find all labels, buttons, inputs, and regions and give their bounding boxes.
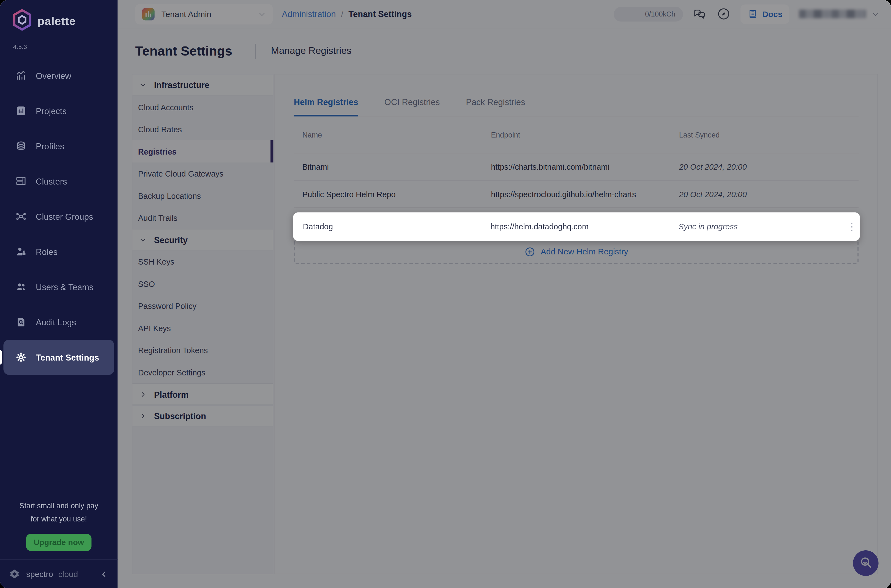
promo-line1: Start small and only pay bbox=[0, 499, 117, 512]
chart-icon bbox=[15, 70, 27, 81]
audit-doc-icon bbox=[15, 316, 27, 327]
registry-endpoint: https://helm.datadoghq.com bbox=[490, 222, 679, 231]
sidebar: palette 4.5.3 Overview Projects Profile bbox=[0, 0, 117, 588]
sidebar-item-label: Cluster Groups bbox=[36, 212, 93, 221]
upgrade-promo: Start small and only pay for what you us… bbox=[0, 499, 117, 526]
sidebar-item-label: Roles bbox=[36, 247, 57, 256]
version-label: 4.5.3 bbox=[13, 43, 117, 50]
app-window: palette 4.5.3 Overview Projects Profile bbox=[0, 0, 891, 588]
sidebar-item-label: Overview bbox=[36, 70, 71, 80]
sidebar-nav: Overview Projects Profiles Clusters bbox=[0, 58, 117, 375]
kebab-menu-icon[interactable]: ⋮ bbox=[844, 225, 860, 228]
sidebar-item-clusters[interactable]: Clusters bbox=[0, 164, 117, 199]
sidebar-footer: spectrocloud bbox=[0, 560, 117, 588]
server-icon bbox=[15, 176, 27, 187]
promo-line2: for what you use! bbox=[0, 512, 117, 526]
footer-brand-primary: spectro bbox=[26, 569, 53, 578]
sidebar-item-label: Audit Logs bbox=[36, 317, 76, 327]
active-indicator bbox=[0, 350, 2, 364]
sidebar-item-profiles[interactable]: Profiles bbox=[0, 128, 117, 164]
network-icon bbox=[15, 211, 27, 222]
sidebar-item-overview[interactable]: Overview bbox=[0, 58, 117, 93]
sidebar-item-projects[interactable]: Projects bbox=[0, 93, 117, 128]
spectro-cloud-logo bbox=[8, 567, 21, 580]
sidebar-item-label: Profiles bbox=[36, 141, 64, 151]
sidebar-item-audit-logs[interactable]: Audit Logs bbox=[0, 304, 117, 340]
registry-name: Datadog bbox=[293, 222, 491, 231]
user-lock-icon bbox=[15, 246, 27, 257]
sidebar-item-tenant-settings[interactable]: Tenant Settings bbox=[3, 340, 114, 375]
upgrade-button[interactable]: Upgrade now bbox=[26, 534, 92, 550]
spotlight-overlay bbox=[117, 0, 891, 588]
sidebar-item-roles[interactable]: Roles bbox=[0, 234, 117, 269]
registry-last-synced: Sync in progress bbox=[679, 222, 844, 231]
sidebar-item-label: Users & Teams bbox=[36, 282, 93, 291]
sidebar-item-label: Projects bbox=[36, 106, 67, 116]
gear-icon bbox=[15, 351, 27, 363]
sidebar-item-label: Clusters bbox=[36, 176, 67, 186]
projects-icon bbox=[15, 105, 27, 116]
collapse-sidebar-icon[interactable] bbox=[99, 569, 108, 578]
table-row-spotlight[interactable]: Datadog https://helm.datadoghq.com Sync … bbox=[293, 212, 860, 241]
layers-icon bbox=[15, 140, 27, 152]
brand-name: palette bbox=[38, 15, 76, 27]
sidebar-item-cluster-groups[interactable]: Cluster Groups bbox=[0, 199, 117, 234]
sidebar-item-label: Tenant Settings bbox=[36, 352, 99, 362]
brand-logo: palette bbox=[0, 0, 117, 33]
footer-brand-secondary: cloud bbox=[58, 569, 78, 578]
users-icon bbox=[15, 281, 27, 292]
sidebar-item-users-teams[interactable]: Users & Teams bbox=[0, 269, 117, 304]
palette-logo-icon bbox=[12, 9, 32, 33]
